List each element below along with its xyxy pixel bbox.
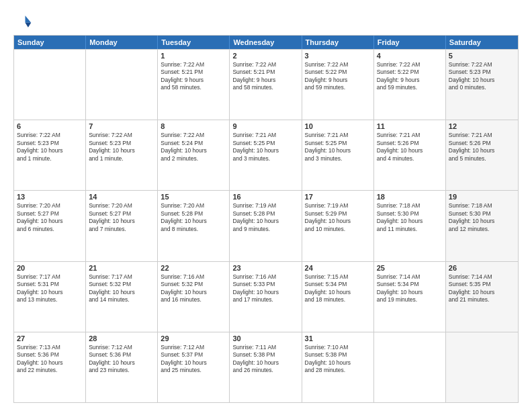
- day-number: 7: [89, 122, 154, 130]
- day-cell-25: 25Sunrise: 7:14 AM Sunset: 5:34 PM Dayli…: [374, 262, 446, 332]
- svg-marker-0: [26, 15, 32, 23]
- week-row-5: 27Sunrise: 7:13 AM Sunset: 5:36 PM Dayli…: [14, 332, 518, 402]
- header: [13, 12, 519, 31]
- cell-info: Sunrise: 7:17 AM Sunset: 5:32 PM Dayligh…: [89, 273, 154, 304]
- day-number: 22: [161, 264, 226, 272]
- cell-info: Sunrise: 7:22 AM Sunset: 5:22 PM Dayligh…: [377, 61, 443, 92]
- logo: [13, 12, 35, 31]
- day-number: 23: [232, 264, 298, 272]
- cell-info: Sunrise: 7:12 AM Sunset: 5:36 PM Dayligh…: [89, 344, 154, 375]
- cell-info: Sunrise: 7:17 AM Sunset: 5:31 PM Dayligh…: [17, 273, 83, 304]
- day-number: 18: [377, 193, 443, 201]
- cell-info: Sunrise: 7:11 AM Sunset: 5:38 PM Dayligh…: [232, 344, 298, 375]
- header-day-monday: Monday: [86, 36, 158, 49]
- svg-marker-1: [26, 23, 32, 28]
- header-day-wednesday: Wednesday: [230, 36, 302, 49]
- calendar-body: 1Sunrise: 7:22 AM Sunset: 5:21 PM Daylig…: [14, 49, 518, 402]
- day-number: 5: [449, 52, 515, 60]
- logo-icon: [13, 12, 32, 31]
- day-cell-5: 5Sunrise: 7:22 AM Sunset: 5:23 PM Daylig…: [446, 50, 518, 120]
- day-cell-20: 20Sunrise: 7:17 AM Sunset: 5:31 PM Dayli…: [14, 262, 86, 332]
- day-number: 1: [161, 52, 226, 60]
- day-number: 24: [305, 264, 371, 272]
- header-day-friday: Friday: [374, 36, 446, 49]
- day-number: 10: [305, 122, 371, 130]
- day-cell-2: 2Sunrise: 7:22 AM Sunset: 5:21 PM Daylig…: [230, 50, 302, 120]
- day-number: 29: [161, 334, 226, 342]
- day-cell-12: 12Sunrise: 7:21 AM Sunset: 5:26 PM Dayli…: [446, 120, 518, 190]
- day-number: 28: [89, 334, 154, 342]
- day-cell-1: 1Sunrise: 7:22 AM Sunset: 5:21 PM Daylig…: [158, 50, 230, 120]
- day-number: 17: [305, 193, 371, 201]
- day-cell-10: 10Sunrise: 7:21 AM Sunset: 5:25 PM Dayli…: [302, 120, 374, 190]
- header-day-thursday: Thursday: [302, 36, 374, 49]
- header-day-saturday: Saturday: [446, 36, 518, 49]
- week-row-3: 13Sunrise: 7:20 AM Sunset: 5:27 PM Dayli…: [14, 190, 518, 261]
- day-number: 25: [377, 264, 443, 272]
- calendar: SundayMondayTuesdayWednesdayThursdayFrid…: [13, 35, 519, 403]
- cell-info: Sunrise: 7:18 AM Sunset: 5:30 PM Dayligh…: [377, 202, 443, 233]
- week-row-1: 1Sunrise: 7:22 AM Sunset: 5:21 PM Daylig…: [14, 49, 518, 120]
- cell-info: Sunrise: 7:10 AM Sunset: 5:38 PM Dayligh…: [305, 344, 371, 375]
- cell-info: Sunrise: 7:15 AM Sunset: 5:34 PM Dayligh…: [305, 273, 371, 304]
- day-number: 9: [232, 122, 298, 130]
- day-number: 15: [161, 193, 226, 201]
- day-number: 14: [89, 193, 154, 201]
- cell-info: Sunrise: 7:16 AM Sunset: 5:32 PM Dayligh…: [161, 273, 226, 304]
- day-number: 13: [17, 193, 83, 201]
- day-number: 31: [305, 334, 371, 342]
- day-cell-6: 6Sunrise: 7:22 AM Sunset: 5:23 PM Daylig…: [14, 120, 86, 190]
- day-cell-4: 4Sunrise: 7:22 AM Sunset: 5:22 PM Daylig…: [374, 50, 446, 120]
- day-cell-18: 18Sunrise: 7:18 AM Sunset: 5:30 PM Dayli…: [374, 191, 446, 261]
- cell-info: Sunrise: 7:22 AM Sunset: 5:23 PM Dayligh…: [89, 132, 154, 163]
- cell-info: Sunrise: 7:19 AM Sunset: 5:28 PM Dayligh…: [232, 202, 298, 233]
- day-cell-24: 24Sunrise: 7:15 AM Sunset: 5:34 PM Dayli…: [302, 262, 374, 332]
- day-cell-29: 29Sunrise: 7:12 AM Sunset: 5:37 PM Dayli…: [158, 332, 230, 402]
- day-cell-8: 8Sunrise: 7:22 AM Sunset: 5:24 PM Daylig…: [158, 120, 230, 190]
- day-cell-30: 30Sunrise: 7:11 AM Sunset: 5:38 PM Dayli…: [230, 332, 302, 402]
- empty-cell-4-5: [374, 332, 446, 402]
- page: SundayMondayTuesdayWednesdayThursdayFrid…: [0, 0, 532, 411]
- cell-info: Sunrise: 7:20 AM Sunset: 5:27 PM Dayligh…: [89, 202, 154, 233]
- week-row-4: 20Sunrise: 7:17 AM Sunset: 5:31 PM Dayli…: [14, 261, 518, 332]
- day-number: 8: [161, 122, 226, 130]
- day-cell-16: 16Sunrise: 7:19 AM Sunset: 5:28 PM Dayli…: [230, 191, 302, 261]
- empty-cell-0-0: [14, 50, 86, 120]
- cell-info: Sunrise: 7:21 AM Sunset: 5:25 PM Dayligh…: [232, 132, 298, 163]
- day-cell-23: 23Sunrise: 7:16 AM Sunset: 5:33 PM Dayli…: [230, 262, 302, 332]
- header-day-tuesday: Tuesday: [158, 36, 230, 49]
- cell-info: Sunrise: 7:16 AM Sunset: 5:33 PM Dayligh…: [232, 273, 298, 304]
- empty-cell-0-1: [86, 50, 158, 120]
- cell-info: Sunrise: 7:13 AM Sunset: 5:36 PM Dayligh…: [17, 344, 83, 375]
- day-cell-22: 22Sunrise: 7:16 AM Sunset: 5:32 PM Dayli…: [158, 262, 230, 332]
- cell-info: Sunrise: 7:22 AM Sunset: 5:21 PM Dayligh…: [161, 61, 226, 92]
- day-number: 19: [449, 193, 515, 201]
- day-cell-27: 27Sunrise: 7:13 AM Sunset: 5:36 PM Dayli…: [14, 332, 86, 402]
- day-cell-3: 3Sunrise: 7:22 AM Sunset: 5:22 PM Daylig…: [302, 50, 374, 120]
- day-number: 21: [89, 264, 154, 272]
- day-cell-26: 26Sunrise: 7:14 AM Sunset: 5:35 PM Dayli…: [446, 262, 518, 332]
- day-number: 16: [232, 193, 298, 201]
- day-number: 30: [232, 334, 298, 342]
- cell-info: Sunrise: 7:19 AM Sunset: 5:29 PM Dayligh…: [305, 202, 371, 233]
- day-number: 2: [232, 52, 298, 60]
- cell-info: Sunrise: 7:21 AM Sunset: 5:25 PM Dayligh…: [305, 132, 371, 163]
- header-day-sunday: Sunday: [14, 36, 86, 49]
- day-cell-13: 13Sunrise: 7:20 AM Sunset: 5:27 PM Dayli…: [14, 191, 86, 261]
- cell-info: Sunrise: 7:21 AM Sunset: 5:26 PM Dayligh…: [377, 132, 443, 163]
- day-number: 4: [377, 52, 443, 60]
- day-cell-28: 28Sunrise: 7:12 AM Sunset: 5:36 PM Dayli…: [86, 332, 158, 402]
- empty-cell-4-6: [446, 332, 518, 402]
- day-number: 27: [17, 334, 83, 342]
- day-number: 20: [17, 264, 83, 272]
- cell-info: Sunrise: 7:18 AM Sunset: 5:30 PM Dayligh…: [449, 202, 515, 233]
- day-cell-15: 15Sunrise: 7:20 AM Sunset: 5:28 PM Dayli…: [158, 191, 230, 261]
- day-number: 6: [17, 122, 83, 130]
- day-cell-14: 14Sunrise: 7:20 AM Sunset: 5:27 PM Dayli…: [86, 191, 158, 261]
- day-cell-21: 21Sunrise: 7:17 AM Sunset: 5:32 PM Dayli…: [86, 262, 158, 332]
- cell-info: Sunrise: 7:22 AM Sunset: 5:23 PM Dayligh…: [449, 61, 515, 92]
- day-number: 3: [305, 52, 371, 60]
- cell-info: Sunrise: 7:14 AM Sunset: 5:34 PM Dayligh…: [377, 273, 443, 304]
- cell-info: Sunrise: 7:14 AM Sunset: 5:35 PM Dayligh…: [449, 273, 515, 304]
- day-cell-17: 17Sunrise: 7:19 AM Sunset: 5:29 PM Dayli…: [302, 191, 374, 261]
